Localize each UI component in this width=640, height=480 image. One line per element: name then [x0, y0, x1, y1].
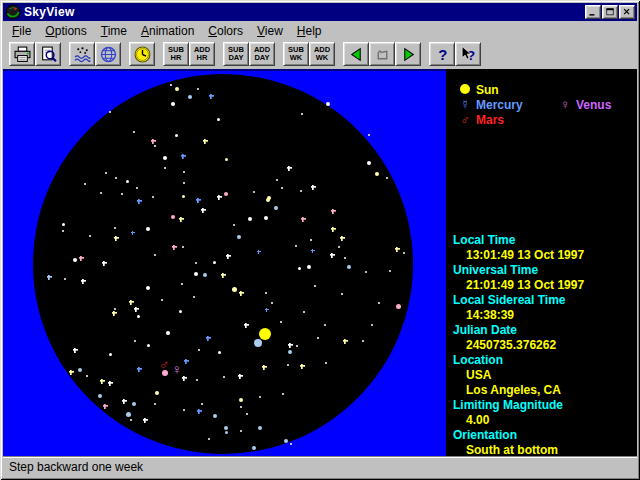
star: [218, 351, 221, 354]
info-label: Local Time: [453, 233, 637, 248]
star: [287, 364, 289, 366]
star: [244, 323, 249, 328]
close-button[interactable]: [619, 5, 635, 19]
add-hour-button[interactable]: ADDHR: [189, 42, 215, 66]
star: [311, 249, 315, 253]
star: [225, 431, 228, 434]
star: [240, 406, 242, 408]
print-button[interactable]: [9, 42, 35, 66]
star: [295, 245, 297, 247]
minimize-button[interactable]: [585, 5, 601, 19]
planet-icon[interactable]: [5, 4, 21, 20]
star: [130, 419, 132, 421]
star: [396, 304, 401, 309]
stop-button[interactable]: [369, 42, 395, 66]
star: [248, 217, 252, 221]
info-panel: Sun☿Mercury♀Venus♂Mars Local Time13:01:4…: [446, 69, 637, 456]
step-forward-button[interactable]: [395, 42, 421, 66]
star: [274, 206, 278, 210]
star: [217, 195, 222, 200]
star: [193, 296, 195, 298]
star: [307, 265, 311, 269]
help-button[interactable]: ?: [429, 42, 455, 66]
globe-icon: [100, 46, 117, 63]
context-help-button[interactable]: ?: [455, 42, 481, 66]
star: [344, 257, 346, 259]
star: [203, 273, 207, 277]
menu-help[interactable]: Help: [290, 22, 329, 40]
star: [233, 224, 235, 226]
star: [103, 404, 108, 409]
menu-time[interactable]: Time: [94, 22, 134, 40]
toolbar-group: [129, 42, 155, 66]
star: [182, 246, 184, 248]
add-week-button[interactable]: ADDWK: [309, 42, 335, 66]
star: [114, 236, 119, 241]
star: [109, 353, 112, 356]
star: [171, 102, 175, 106]
legend-row: Sun: [454, 82, 635, 97]
globe-button[interactable]: [95, 42, 121, 66]
star: [288, 343, 293, 348]
legend-label: Mercury: [476, 98, 523, 112]
menu-options[interactable]: Options: [38, 22, 93, 40]
star: [100, 192, 102, 194]
star: [196, 198, 201, 203]
set-time-button[interactable]: [129, 42, 155, 66]
star: [265, 308, 269, 312]
venus-symbol[interactable]: ♀: [172, 362, 183, 376]
maximize-button[interactable]: [602, 5, 618, 19]
star: [129, 300, 134, 305]
star: [154, 145, 156, 147]
star: [252, 446, 256, 450]
menu-colors[interactable]: Colors: [201, 22, 250, 40]
star: [134, 340, 136, 342]
star: [368, 134, 370, 136]
star: [121, 193, 123, 195]
legend-label: Mars: [476, 113, 504, 127]
mars-symbol[interactable]: ♂: [159, 357, 170, 371]
star: [371, 324, 373, 326]
star: [182, 376, 187, 381]
star: [183, 182, 185, 184]
menu-animation[interactable]: Animation: [134, 22, 201, 40]
toolbar-group: SUBWKADDWK: [283, 42, 335, 66]
menu-file[interactable]: File: [5, 22, 38, 40]
star: [126, 412, 131, 417]
print-preview-button[interactable]: [35, 42, 61, 66]
planet-legend: Sun☿Mercury♀Venus♂Mars: [454, 82, 635, 127]
status-text: Step backward one week: [9, 460, 143, 474]
legend-venus: ♀Venus: [554, 98, 611, 112]
subtract-week-button[interactable]: SUBWK: [283, 42, 309, 66]
star: [301, 113, 303, 115]
star: [314, 285, 316, 287]
star: [290, 443, 292, 445]
sky-view[interactable]: ♂♀: [3, 69, 446, 456]
star: [282, 393, 284, 395]
menu-view[interactable]: View: [250, 22, 290, 40]
toolbar-group: SUBHRADDHR: [163, 42, 215, 66]
sun[interactable]: [259, 328, 271, 340]
star: [203, 139, 208, 144]
mercury[interactable]: [254, 339, 262, 347]
mars-symbol-icon: ♂: [454, 113, 476, 126]
svg-text:?: ?: [438, 46, 447, 62]
play-forward-icon: [400, 46, 417, 63]
star: [146, 286, 150, 290]
subtract-day-button[interactable]: SUBDAY: [223, 42, 249, 66]
sky-settings-button[interactable]: [69, 42, 95, 66]
add-day-button[interactable]: ADDDAY: [249, 42, 275, 66]
star: [403, 252, 405, 254]
star: [284, 439, 288, 443]
star: [311, 185, 316, 190]
subtract-hour-button[interactable]: SUBHR: [163, 42, 189, 66]
venus-symbol-icon: ♀: [554, 98, 576, 111]
step-backward-button[interactable]: [343, 42, 369, 66]
star: [175, 134, 178, 137]
legend-row: ☿Mercury♀Venus: [454, 97, 635, 112]
star: [223, 376, 225, 378]
star: [195, 262, 197, 264]
star: [98, 394, 102, 398]
star: [213, 414, 217, 418]
title-bar[interactable]: SkyView: [3, 3, 637, 21]
